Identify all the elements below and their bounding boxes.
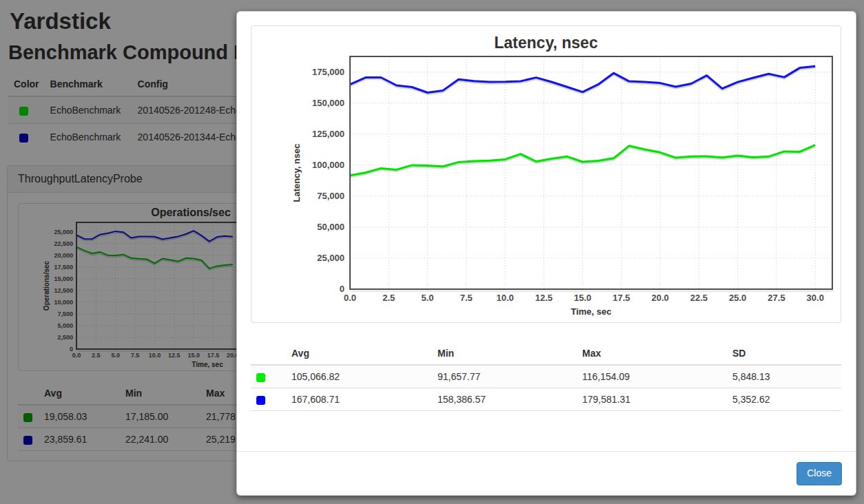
color-swatch [256,396,265,405]
x-tick-label: 12.5 [535,293,553,303]
x-tick-label: 5.0 [422,293,434,303]
y-tick-label: 175,000 [312,67,344,77]
column-header: Avg [286,342,432,365]
x-tick-label: 10.0 [496,293,513,303]
y-tick-label: 125,000 [312,129,344,139]
swatch-cell [251,365,286,388]
x-tick-label: 22.5 [690,293,708,303]
latency-modal: 0.02.55.07.510.012.515.017.520.022.525.0… [236,11,856,496]
close-button[interactable]: Close [796,462,842,485]
table-cell: 91,657.77 [432,365,577,388]
x-tick-label: 27.5 [768,293,785,303]
x-tick-label: 0.0 [344,293,356,303]
table-header-row: AvgMinMaxSD [251,342,841,365]
table-cell: 5,352.62 [727,388,841,411]
x-tick-label: 25.0 [729,293,746,303]
y-tick-label: 0 [340,284,344,294]
swatch-cell [251,388,286,411]
latency-chart-svg: 0.02.55.07.510.012.515.017.520.022.525.0… [251,26,841,322]
y-tick-label: 25,000 [317,253,344,263]
series-run-20140526-201248 [350,145,815,176]
chart-title: Latency, nsec [494,34,598,52]
x-tick-label: 20.0 [652,293,669,303]
latency-stats-table: AvgMinMaxSD105,066.8291,657.77116,154.09… [251,342,841,411]
column-header: Max [577,342,727,365]
y-tick-label: 150,000 [312,98,344,108]
x-tick-label: 2.5 [382,293,395,303]
column-header [251,342,286,365]
table-cell: 167,608.71 [286,388,432,411]
latency-modal-body: 0.02.55.07.510.012.515.017.520.022.525.0… [237,12,856,425]
y-tick-label: 75,000 [317,191,344,201]
table-cell: 158,386.57 [432,388,577,411]
table-row: 167,608.71158,386.57179,581.315,352.62 [251,388,841,411]
x-axis-label: Time, sec [570,306,611,317]
table-cell: 179,581.31 [577,388,727,411]
y-tick-label: 50,000 [317,222,344,232]
x-tick-label: 17.5 [613,293,630,303]
y-tick-label: 100,000 [312,160,344,170]
table-cell: 105,066.82 [286,365,432,388]
x-tick-label: 30.0 [807,293,824,303]
x-tick-label: 15.0 [574,293,591,303]
latency-chart: 0.02.55.07.510.012.515.017.520.022.525.0… [251,25,841,323]
y-axis-label: Latency, nsec [291,143,302,202]
color-swatch [256,373,265,382]
modal-footer: Close [237,451,856,495]
table-cell: 5,848.13 [727,365,841,388]
x-tick-label: 7.5 [460,293,473,303]
table-cell: 116,154.09 [577,365,727,388]
column-header: SD [727,342,841,365]
column-header: Min [432,342,577,365]
table-row: 105,066.8291,657.77116,154.095,848.13 [251,365,841,388]
